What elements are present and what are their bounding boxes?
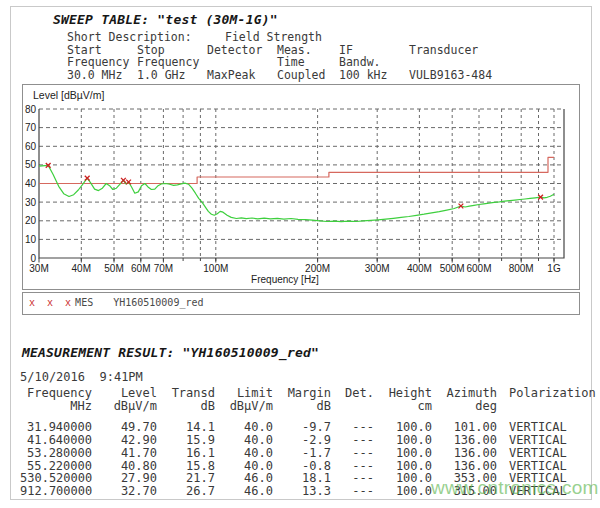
svg-text:50M: 50M — [104, 263, 123, 274]
measurement-trace — [39, 165, 554, 221]
col-value: 100 kHz — [339, 69, 409, 82]
th: Azimuth — [432, 387, 497, 400]
cell: 32.70 — [92, 485, 157, 498]
cell: 100.0 — [374, 421, 432, 434]
svg-text:20: 20 — [25, 215, 37, 226]
cell: --- — [331, 447, 374, 460]
col-value: Coupled — [277, 69, 339, 82]
legend-marker-icon: x x x — [29, 297, 74, 308]
col-header: Transducer — [409, 44, 478, 57]
cell: 53.280000 — [20, 447, 92, 460]
th: Margin — [273, 387, 331, 400]
limit-line — [39, 157, 554, 183]
cell: 42.90 — [92, 434, 157, 447]
col-header: Time — [277, 56, 339, 69]
col-value: 1.0 GHz — [137, 69, 207, 82]
cell: 40.0 — [215, 447, 273, 460]
chart-title: Level [dBµV/m] — [33, 89, 104, 101]
cell: 49.70 — [92, 421, 157, 434]
measurement-row-1: 31.94000049.7014.140.0-9.7---100.0101.00… — [20, 421, 596, 434]
th: Frequency — [20, 387, 92, 400]
th-unit: dB — [157, 400, 215, 413]
cell: VERTICAL — [509, 447, 567, 460]
short-description-value: Field Strength — [225, 30, 322, 44]
th-unit: cm — [374, 400, 432, 413]
svg-text:70M: 70M — [154, 263, 173, 274]
svg-text:200M: 200M — [305, 263, 330, 274]
sweep-table-title: SWEEP TABLE: "test (30M-1G)" — [53, 12, 492, 27]
cell: -1.7 — [273, 447, 331, 460]
col-value: MaxPeak — [207, 69, 277, 82]
cell: 100.0 — [374, 447, 432, 460]
emc-measurement-report: { "page": { "watermark": "www.cntronics.… — [0, 0, 600, 508]
cell: 40.0 — [215, 434, 273, 447]
svg-text:80: 80 — [25, 104, 37, 115]
level-chart: 0102030405060708030M40M50M60M70M100M200M… — [22, 84, 580, 290]
cell: -2.9 — [273, 434, 331, 447]
col-value: VULB9163-484 — [409, 69, 492, 82]
cell: 41.640000 — [20, 434, 92, 447]
th: Det. — [331, 387, 374, 400]
svg-text:100M: 100M — [203, 263, 228, 274]
th: Level — [92, 387, 157, 400]
chart-legend: x x xMESYH160510009_red — [22, 292, 580, 315]
short-description-label: Short Description: — [67, 31, 225, 44]
th-unit: deg — [432, 400, 497, 413]
svg-text:1G: 1G — [547, 263, 561, 274]
svg-text:60M: 60M — [131, 263, 150, 274]
sweep-table-section: SWEEP TABLE: "test (30M-1G)" Short Descr… — [53, 12, 492, 81]
cell: 100.0 — [374, 434, 432, 447]
svg-text:800M: 800M — [509, 263, 534, 274]
svg-text:30M: 30M — [29, 263, 48, 274]
th: Polarization — [509, 387, 596, 400]
y-tick-labels: 01020304050607080 — [25, 104, 37, 264]
measurement-result-section: MEASUREMENT RESULT: "YH160510009_red" 5/… — [20, 345, 596, 498]
th: Limit — [215, 387, 273, 400]
th-unit: MHz — [20, 400, 92, 413]
cell: 41.70 — [92, 447, 157, 460]
cell: 100.0 — [374, 485, 432, 498]
th-unit: dBµV/m — [215, 400, 273, 413]
cell: --- — [331, 434, 374, 447]
cell: 136.00 — [432, 434, 497, 447]
cell: 101.00 — [432, 421, 497, 434]
measurement-header-row-2: MHzdBµV/mdBdBµV/mdBcmdeg — [20, 400, 596, 413]
svg-text:40: 40 — [25, 178, 37, 189]
svg-text:400M: 400M — [407, 263, 432, 274]
cell: 912.700000 — [20, 485, 92, 498]
x-axis-label: Frequency [Hz] — [251, 274, 319, 285]
cell: 136.00 — [432, 447, 497, 460]
cell: 16.1 — [157, 447, 215, 460]
cell: VERTICAL — [509, 434, 567, 447]
measurement-row-3: 53.28000041.7016.140.0-1.7---100.0136.00… — [20, 447, 596, 460]
col-header: Detector — [207, 44, 277, 57]
svg-text:0: 0 — [30, 253, 36, 264]
cell: 31.940000 — [20, 421, 92, 434]
svg-text:600M: 600M — [466, 263, 491, 274]
cell: 15.9 — [157, 434, 215, 447]
peak-markers — [46, 163, 543, 208]
cell: --- — [331, 485, 374, 498]
cell: 26.7 — [157, 485, 215, 498]
sweep-header-line-2: FrequencyFrequencyTimeBandw. — [67, 56, 492, 69]
short-description-line: Short Description:Field Strength — [67, 31, 492, 44]
col-value: 30.0 MHz — [67, 69, 137, 82]
legend-trace-label: MES — [75, 297, 93, 308]
svg-text:500M: 500M — [440, 263, 465, 274]
th: Height — [374, 387, 432, 400]
th-unit: dB — [273, 400, 331, 413]
sweep-table-body: Short Description:Field Strength StartSt… — [67, 31, 492, 81]
measurement-datetime: 5/10/2016 9:41PM — [20, 370, 596, 384]
col-header: Bandw. — [339, 56, 409, 69]
svg-text:10: 10 — [25, 234, 37, 245]
measurement-row-2: 41.64000042.9015.940.0-2.9---100.0136.00… — [20, 434, 596, 447]
cell: 40.0 — [215, 421, 273, 434]
legend-trace-name: YH160510009_red — [113, 297, 203, 308]
cell: VERTICAL — [509, 421, 567, 434]
cell: 13.3 — [273, 485, 331, 498]
svg-text:50: 50 — [25, 159, 37, 170]
sweep-values-line: 30.0 MHz1.0 GHzMaxPeakCoupled100 kHzVULB… — [67, 69, 492, 82]
measurement-result-title: MEASUREMENT RESULT: "YH160510009_red" — [22, 345, 596, 360]
th: Transd — [157, 387, 215, 400]
x-tick-labels: 30M40M50M60M70M100M200M300M400M500M600M8… — [29, 263, 561, 274]
